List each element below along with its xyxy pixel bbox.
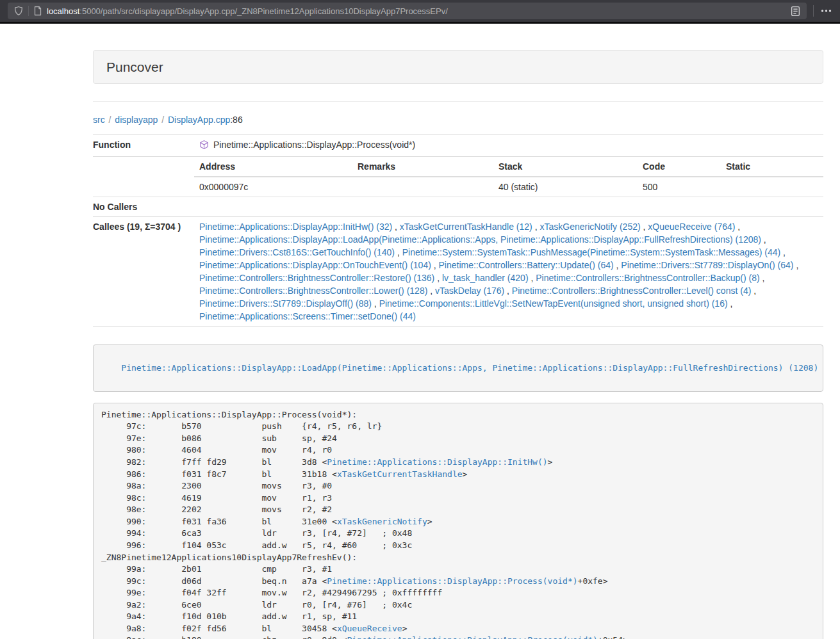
code-line: 99a: 2b01 cmp r3, #1 bbox=[101, 563, 815, 576]
callee-link[interactable]: Pinetime::Applications::DisplayApp::Load… bbox=[199, 234, 761, 245]
col-stack: Stack bbox=[493, 157, 638, 177]
value-code: 500 bbox=[638, 177, 721, 197]
stats-value-row: 0x0000097c 40 (static) 500 bbox=[194, 177, 823, 197]
function-info-table: Function Pinetime::Applications::Display… bbox=[93, 134, 823, 327]
symbol-link[interactable]: Pinetime::Applications::DisplayApp::Init… bbox=[327, 457, 547, 467]
app-header-panel: Puncover bbox=[93, 50, 823, 84]
code-line: 9a8: f02f fd56 bl 30458 <xQueueReceive> bbox=[101, 623, 815, 635]
code-line: 97c: b570 push {r4, r5, r6, lr} bbox=[101, 421, 815, 433]
callee-link[interactable]: Pinetime::Controllers::BrightnessControl… bbox=[199, 286, 427, 296]
code-line: 99e: f04f 32ff mov.w r2, #4294967295 ; 0… bbox=[101, 587, 815, 599]
overflow-menu-button[interactable] bbox=[820, 6, 832, 16]
col-address: Address bbox=[194, 157, 352, 177]
shield-icon[interactable] bbox=[13, 6, 24, 16]
callee-link[interactable]: vTaskDelay (176) bbox=[435, 286, 504, 296]
code-line: 98e: 2202 movs r2, #2 bbox=[101, 504, 815, 516]
no-callers-label: No Callers bbox=[93, 197, 194, 217]
callee-link[interactable]: xQueueReceive (764) bbox=[648, 222, 735, 232]
callee-link[interactable]: Pinetime::Components::LittleVgl::SetNewT… bbox=[379, 298, 728, 309]
symbol-link[interactable]: xTaskGenericNotify bbox=[337, 517, 427, 526]
code-line: 99c: d06d beq.n a7a <Pinetime::Applicati… bbox=[101, 576, 815, 588]
stats-table: Address Remarks Stack Code Static 0x0000… bbox=[194, 157, 823, 197]
divider bbox=[93, 101, 823, 102]
symbol-link[interactable]: Pinetime::Applications::DisplayApp::Proc… bbox=[347, 635, 598, 639]
code-line: 98a: 2300 movs r3, #0 bbox=[101, 480, 815, 492]
callee-link[interactable]: Pinetime::Applications::Screens::Timer::… bbox=[199, 311, 416, 321]
callee-link[interactable]: Pinetime::Drivers::Cst816S::GetTouchInfo… bbox=[199, 247, 395, 257]
code-line: _ZN8Pinetime12Applications10DisplayApp7R… bbox=[101, 552, 815, 564]
callees-label: Callees (19, Σ=3704 ) bbox=[93, 217, 194, 327]
value-remarks bbox=[352, 177, 493, 197]
code-line: 986: f031 f8c7 bl 31b18 <xTaskGetCurrent… bbox=[101, 469, 815, 481]
symbol-link[interactable]: Pinetime::Applications::DisplayApp::Proc… bbox=[327, 576, 577, 586]
code-line: 982: f7ff fd29 bl 3d8 <Pinetime::Applica… bbox=[101, 457, 815, 469]
callee-link[interactable]: xTaskGenericNotify (252) bbox=[539, 222, 640, 232]
col-code: Code bbox=[638, 157, 721, 177]
page-container: Puncover src / displayapp / DisplayApp.c… bbox=[93, 50, 823, 639]
callees-cell: Pinetime::Applications::DisplayApp::Init… bbox=[194, 217, 823, 327]
breadcrumb-link-file[interactable]: DisplayApp.cpp bbox=[168, 115, 230, 125]
callee-link[interactable]: Pinetime::System::SystemTask::PushMessag… bbox=[402, 247, 781, 257]
breadcrumb-separator: / bbox=[108, 115, 113, 125]
url-path: :5000/path/src/displayapp/DisplayApp.cpp… bbox=[79, 6, 448, 16]
col-static: Static bbox=[721, 157, 823, 177]
url-host: localhost bbox=[47, 6, 79, 16]
package-icon bbox=[199, 140, 209, 150]
url-bar[interactable]: localhost:5000/path/src/displayapp/Displ… bbox=[8, 3, 807, 19]
callee-link[interactable]: Pinetime::Controllers::BrightnessControl… bbox=[512, 286, 751, 296]
breadcrumb-separator: / bbox=[160, 115, 165, 125]
value-address: 0x0000097c bbox=[194, 177, 352, 197]
breadcrumb-line-number: :86 bbox=[230, 115, 242, 125]
symbol-link[interactable]: xTaskGetCurrentTaskHandle bbox=[337, 469, 463, 479]
function-row: Function Pinetime::Applications::Display… bbox=[93, 135, 823, 157]
function-name-wrap: Pinetime::Applications::DisplayApp::Proc… bbox=[199, 138, 415, 151]
page-title: Puncover bbox=[106, 60, 810, 74]
stats-row: Address Remarks Stack Code Static 0x0000… bbox=[93, 157, 823, 197]
callees-row: Callees (19, Σ=3704 ) Pinetime::Applicat… bbox=[93, 217, 823, 327]
callee-link[interactable]: Pinetime::Controllers::Battery::Update()… bbox=[439, 260, 614, 270]
callee-link[interactable]: Pinetime::Applications::DisplayApp::Init… bbox=[199, 222, 392, 232]
function-name: Pinetime::Applications::DisplayApp::Proc… bbox=[213, 138, 415, 151]
selected-callee-link[interactable]: Pinetime::Applications::DisplayApp::Load… bbox=[121, 363, 818, 373]
code-line: 980: 4604 mov r4, r0 bbox=[101, 444, 815, 457]
browser-toolbar: localhost:5000/path/src/displayapp/Displ… bbox=[0, 0, 840, 24]
code-line: 98c: 4619 mov r1, r3 bbox=[101, 492, 815, 505]
code-line: Pinetime::Applications::DisplayApp::Proc… bbox=[101, 409, 815, 421]
selected-callee-box: Pinetime::Applications::DisplayApp::Load… bbox=[93, 344, 823, 392]
symbol-link[interactable]: xQueueReceive bbox=[337, 624, 402, 633]
reader-mode-icon[interactable] bbox=[790, 6, 801, 17]
no-callers-row: No Callers bbox=[93, 197, 823, 217]
code-line: 9a2: 6ce0 ldr r0, [r4, #76] ; 0x4c bbox=[101, 599, 815, 611]
callee-link[interactable]: Pinetime::Drivers::St7789::DisplayOff() … bbox=[199, 298, 372, 309]
code-line: 990: f031 fa36 bl 31e00 <xTaskGenericNot… bbox=[101, 516, 815, 528]
callee-link[interactable]: Pinetime::Applications::DisplayApp::OnTo… bbox=[199, 260, 431, 270]
breadcrumb: src / displayapp / DisplayApp.cpp:86 bbox=[93, 115, 823, 125]
code-line: 97e: b086 sub sp, #24 bbox=[101, 433, 815, 445]
code-line: 994: 6ca3 ldr r3, [r4, #72] ; 0x48 bbox=[101, 528, 815, 540]
url-bar-divider bbox=[28, 6, 29, 16]
callee-link[interactable]: xTaskGetCurrentTaskHandle (12) bbox=[400, 222, 532, 232]
code-line: 996: f104 053c add.w r5, r4, #60 ; 0x3c bbox=[101, 540, 815, 552]
stats-header-row: Address Remarks Stack Code Static bbox=[194, 157, 823, 177]
code-line: 9ac: b180 cbz r0, 9d0 <Pinetime::Applica… bbox=[101, 635, 815, 639]
code-line: 9a4: f10d 010b add.w r1, sp, #11 bbox=[101, 611, 815, 623]
breadcrumb-link-src[interactable]: src bbox=[93, 115, 105, 125]
toolbar-separator bbox=[813, 5, 814, 17]
url-text: localhost:5000/path/src/displayapp/Displ… bbox=[47, 6, 786, 16]
callee-link[interactable]: Pinetime::Controllers::BrightnessControl… bbox=[199, 273, 434, 283]
page-icon bbox=[33, 6, 42, 16]
assembly-code: Pinetime::Applications::DisplayApp::Proc… bbox=[93, 403, 823, 639]
col-remarks: Remarks bbox=[352, 157, 493, 177]
callee-link[interactable]: lv_task_handler (420) bbox=[442, 273, 529, 283]
breadcrumb-link-displayapp[interactable]: displayapp bbox=[115, 115, 158, 125]
value-static bbox=[721, 177, 823, 197]
function-label: Function bbox=[93, 135, 194, 157]
value-stack: 40 (static) bbox=[493, 177, 638, 197]
callee-link[interactable]: Pinetime::Drivers::St7789::DisplayOn() (… bbox=[621, 260, 793, 270]
callee-link[interactable]: Pinetime::Controllers::BrightnessControl… bbox=[536, 273, 759, 283]
